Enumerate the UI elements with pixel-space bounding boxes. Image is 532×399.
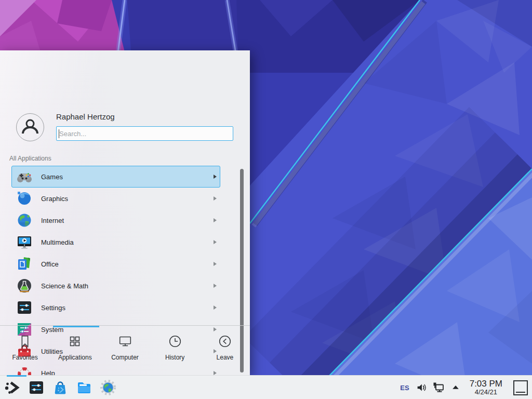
globe-icon xyxy=(16,212,33,229)
discover-icon xyxy=(52,379,69,396)
tab-applications[interactable]: Applications xyxy=(50,326,100,375)
active-app-indicator xyxy=(7,375,26,377)
chevron-right-icon xyxy=(214,262,217,266)
category-label: Internet xyxy=(41,217,64,224)
launcher-tab-bar: Favorites Applications xyxy=(0,325,250,375)
folder-icon xyxy=(76,379,92,396)
category-label: Multimedia xyxy=(41,238,74,246)
section-label: All Applications xyxy=(9,155,51,162)
keyboard-layout-indicator[interactable]: ES xyxy=(399,384,410,392)
chevron-right-icon xyxy=(214,218,217,222)
bookmark-icon xyxy=(17,334,33,349)
category-label: Settings xyxy=(41,304,65,312)
active-tab-indicator xyxy=(53,326,99,327)
chevron-right-icon xyxy=(214,196,217,201)
kde-launcher-icon xyxy=(4,379,21,396)
category-row-games[interactable]: Games xyxy=(11,166,220,188)
sliders-icon xyxy=(16,299,33,316)
chevron-right-icon xyxy=(214,284,217,288)
tab-favorites[interactable]: Favorites xyxy=(0,326,50,375)
category-label: Games xyxy=(41,173,63,181)
user-name: Raphael Hertzog xyxy=(56,112,115,121)
clock-time: 7:03 PM xyxy=(470,379,502,389)
taskbar: ES xyxy=(0,375,532,399)
application-launcher-button[interactable] xyxy=(4,379,21,396)
monitor-play-icon xyxy=(16,234,33,250)
category-row-office[interactable]: Office xyxy=(11,253,220,275)
leave-icon xyxy=(217,334,233,349)
taskbar-apps xyxy=(0,379,116,396)
clock-date: 4/24/21 xyxy=(475,389,497,396)
chevron-right-icon xyxy=(214,305,217,310)
system-settings-icon xyxy=(28,379,45,396)
system-settings-button[interactable] xyxy=(28,379,45,396)
tab-leave[interactable]: Leave xyxy=(200,326,250,375)
browser-globe-icon xyxy=(100,379,116,396)
documents-icon xyxy=(16,256,33,272)
tab-history[interactable]: History xyxy=(150,326,200,375)
tab-computer[interactable]: Computer xyxy=(100,326,150,375)
discover-button[interactable] xyxy=(52,379,69,396)
user-avatar[interactable] xyxy=(16,113,44,141)
computer-icon xyxy=(117,334,133,349)
category-row-internet[interactable]: Internet xyxy=(11,209,220,231)
user-icon xyxy=(19,116,42,139)
network-icon[interactable] xyxy=(432,381,445,394)
flask-icon xyxy=(16,277,33,294)
volume-icon[interactable] xyxy=(415,381,428,394)
text-caret xyxy=(59,129,59,138)
grid-icon xyxy=(67,334,83,349)
search-input[interactable] xyxy=(56,126,233,141)
system-tray: ES xyxy=(399,376,528,399)
sphere-icon xyxy=(16,190,33,207)
category-label: Graphics xyxy=(41,195,68,203)
category-row-graphics[interactable]: Graphics xyxy=(11,188,220,209)
gamepad-icon xyxy=(16,168,33,185)
chevron-right-icon xyxy=(214,240,217,244)
show-desktop-button[interactable] xyxy=(513,380,528,395)
digital-clock[interactable]: 7:03 PM 4/24/21 xyxy=(470,379,502,395)
chevron-right-icon xyxy=(214,175,217,179)
file-manager-button[interactable] xyxy=(76,379,92,396)
show-desktop-icon xyxy=(516,392,525,393)
clock-icon xyxy=(167,334,183,349)
web-browser-button[interactable] xyxy=(100,379,116,396)
category-row-science-math[interactable]: Science & Math xyxy=(11,275,220,297)
category-label: Office xyxy=(41,260,59,268)
category-row-settings[interactable]: Settings xyxy=(11,297,220,318)
category-label: Science & Math xyxy=(41,282,88,290)
category-row-multimedia[interactable]: Multimedia xyxy=(11,231,220,253)
expand-tray-icon[interactable] xyxy=(449,381,462,394)
application-launcher-menu: Raphael Hertzog All Applications xyxy=(0,50,250,375)
desktop: Raphael Hertzog All Applications xyxy=(0,0,532,399)
